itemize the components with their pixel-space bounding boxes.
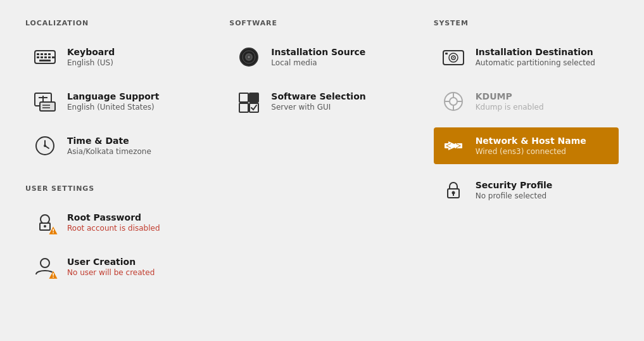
- installation-destination-item[interactable]: Installation Destination Automatic parti…: [434, 39, 619, 75]
- installation-source-subtitle: Local media: [271, 58, 365, 67]
- software-selection-title: Software Selection: [271, 91, 365, 101]
- svg-rect-33: [239, 93, 248, 102]
- security-profile-subtitle: No profile selected: [476, 191, 553, 200]
- root-password-text: Root Password Root account is disabled: [67, 212, 160, 233]
- security-profile-item[interactable]: Security Profile No profile selected: [434, 172, 619, 209]
- svg-rect-8: [48, 56, 51, 58]
- svg-rect-4: [48, 53, 51, 55]
- software-selection-text: Software Selection Server with GUI: [271, 91, 365, 112]
- svg-rect-3: [44, 53, 47, 55]
- user-creation-icon: !: [32, 254, 58, 280]
- svg-rect-35: [239, 103, 248, 112]
- time-date-title: Time & Date: [67, 136, 151, 146]
- svg-rect-12: [40, 102, 55, 111]
- software-selection-subtitle: Server with GUI: [271, 103, 365, 112]
- root-password-subtitle: Root account is disabled: [67, 224, 160, 233]
- localization-column: LOCALIZATION Keyboard: [25, 19, 210, 322]
- system-header: SYSTEM: [434, 19, 619, 27]
- software-selection-icon: [236, 88, 262, 115]
- svg-text:!: !: [52, 228, 54, 235]
- software-column: SOFTWARE Installation Source Local media: [229, 19, 414, 322]
- time-date-subtitle: Asia/Kolkata timezone: [67, 147, 151, 156]
- svg-rect-9: [52, 56, 54, 58]
- kdump-title: KDUMP: [476, 91, 544, 101]
- svg-text:!: !: [52, 273, 54, 279]
- root-password-icon: !: [32, 209, 58, 236]
- svg-rect-2: [41, 53, 43, 55]
- svg-rect-1: [37, 53, 39, 55]
- svg-rect-41: [445, 53, 448, 55]
- svg-rect-5: [37, 56, 39, 58]
- kdump-item[interactable]: KDUMP Kdump is enabled: [434, 83, 619, 120]
- network-hostname-item[interactable]: Network & Host Name Wired (ens3) connect…: [434, 127, 619, 164]
- user-settings-header: USER SETTINGS: [25, 184, 210, 193]
- user-creation-title: User Creation: [67, 257, 155, 267]
- svg-point-20: [44, 145, 46, 147]
- time-date-icon: [32, 132, 58, 159]
- language-support-text: Language Support English (United States): [67, 91, 159, 112]
- installation-destination-title: Installation Destination: [476, 47, 595, 57]
- user-creation-text: User Creation No user will be created: [67, 257, 155, 277]
- security-profile-text: Security Profile No profile selected: [476, 180, 553, 200]
- svg-rect-6: [41, 56, 43, 58]
- security-profile-title: Security Profile: [476, 180, 553, 190]
- svg-point-23: [44, 225, 46, 228]
- user-creation-item[interactable]: ! User Creation No user will be created: [25, 248, 210, 285]
- kdump-text: KDUMP Kdump is enabled: [476, 91, 544, 112]
- time-date-item[interactable]: Time & Date Asia/Kolkata timezone: [25, 127, 210, 164]
- network-hostname-icon: [440, 132, 467, 159]
- network-hostname-subtitle: Wired (ens3) connected: [476, 147, 586, 156]
- user-creation-subtitle: No user will be created: [67, 268, 155, 277]
- language-icon: [32, 88, 58, 115]
- installation-source-icon: [236, 44, 262, 70]
- language-support-title: Language Support: [67, 91, 159, 101]
- keyboard-item[interactable]: Keyboard English (US): [25, 39, 210, 75]
- keyboard-text: Keyboard English (US): [67, 47, 115, 67]
- installation-destination-text: Installation Destination Automatic parti…: [476, 47, 595, 67]
- installation-source-item[interactable]: Installation Source Local media: [229, 39, 414, 75]
- svg-point-21: [41, 215, 49, 224]
- root-password-item[interactable]: ! Root Password Root account is disabled: [25, 204, 210, 241]
- svg-point-40: [453, 57, 454, 58]
- localization-header: LOCALIZATION: [25, 19, 210, 27]
- root-password-title: Root Password: [67, 212, 160, 222]
- installation-destination-icon: [440, 44, 467, 70]
- network-hostname-text: Network & Host Name Wired (ens3) connect…: [476, 136, 586, 156]
- installation-source-text: Installation Source Local media: [271, 47, 365, 67]
- installation-source-title: Installation Source: [271, 47, 365, 57]
- svg-rect-10: [39, 60, 51, 61]
- software-header: SOFTWARE: [229, 19, 414, 27]
- keyboard-title: Keyboard: [67, 47, 115, 57]
- svg-point-31: [248, 56, 250, 58]
- network-hostname-title: Network & Host Name: [476, 136, 586, 146]
- svg-point-58: [451, 191, 455, 195]
- svg-rect-34: [249, 93, 258, 102]
- language-support-item[interactable]: Language Support English (United States): [25, 83, 210, 120]
- software-selection-item[interactable]: Software Selection Server with GUI: [229, 83, 414, 120]
- time-date-text: Time & Date Asia/Kolkata timezone: [67, 136, 151, 156]
- svg-point-26: [41, 259, 49, 267]
- keyboard-icon: [32, 44, 58, 70]
- svg-rect-7: [44, 56, 47, 58]
- keyboard-subtitle: English (US): [67, 58, 115, 67]
- system-column: SYSTEM Installation Destination Automati…: [434, 19, 619, 322]
- language-support-subtitle: English (United States): [67, 103, 159, 112]
- kdump-subtitle: Kdump is enabled: [476, 103, 544, 112]
- installation-destination-subtitle: Automatic partitioning selected: [476, 58, 595, 67]
- security-profile-icon: [440, 177, 467, 203]
- kdump-icon: [440, 88, 467, 115]
